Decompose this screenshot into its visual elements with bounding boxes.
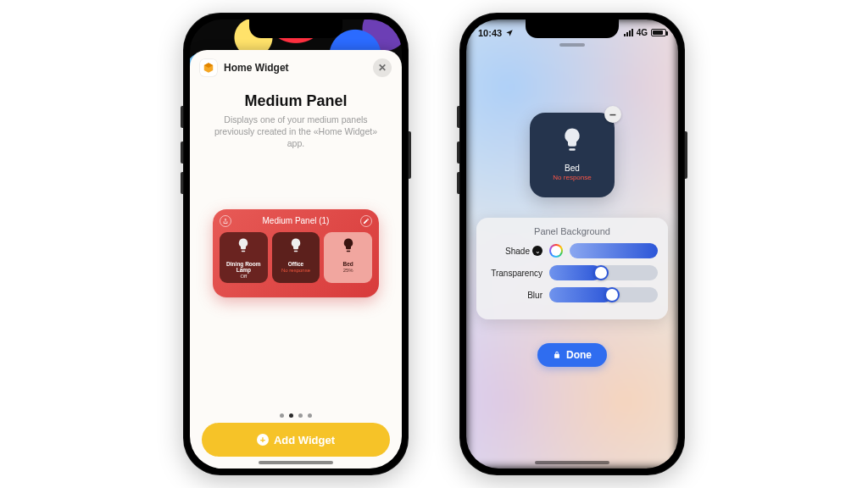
home-indicator[interactable] (259, 461, 333, 464)
tile-name: Office (277, 261, 315, 267)
shade-slider[interactable] (570, 243, 658, 258)
close-button[interactable]: ✕ (373, 58, 392, 77)
slider-thumb[interactable] (604, 287, 620, 302)
bulb-icon (288, 237, 303, 256)
edit-icon[interactable] (360, 215, 372, 227)
accessory-tile[interactable]: Office No response (272, 232, 320, 283)
app-name: Home Widget (224, 62, 289, 74)
transparency-slider[interactable] (549, 265, 658, 280)
panel-title: Panel Background (487, 226, 658, 236)
chevron-down-icon[interactable]: ⌄ (532, 246, 542, 256)
app-icon (200, 59, 217, 76)
sheet-heading: Medium Panel (205, 92, 387, 110)
tile-name: Dining Room Lamp (225, 261, 263, 273)
battery-icon (651, 29, 666, 36)
status-time: 10:43 (478, 28, 502, 38)
bulb-icon (530, 126, 615, 155)
accessory-tile[interactable]: Dining Room Lamp Off (220, 232, 268, 283)
home-indicator[interactable] (535, 461, 609, 464)
notch (526, 19, 619, 38)
accessory-status: No response (530, 174, 615, 181)
blur-row: Blur (487, 287, 658, 302)
accessory-tile[interactable]: Bed 25% (324, 232, 372, 283)
blur-label: Blur (527, 291, 542, 300)
bulb-icon (341, 237, 356, 256)
done-label: Done (566, 349, 592, 361)
location-icon (505, 29, 514, 37)
slider-thumb[interactable] (593, 265, 609, 280)
sheet-grabber[interactable] (559, 43, 585, 47)
bulb-icon (236, 237, 251, 256)
shade-row: Shade ⌄ (487, 243, 658, 258)
widget-preview-card[interactable]: Medium Panel (1) Dining Room Lamp Off Of… (213, 209, 379, 297)
page-indicator (190, 413, 402, 418)
plus-icon: + (257, 434, 269, 446)
tile-name: Bed (329, 261, 367, 267)
accessory-card[interactable]: – Bed No response (530, 113, 615, 197)
add-widget-label: Add Widget (274, 434, 335, 446)
shade-label: Shade (505, 247, 530, 256)
panel-background-settings: Panel Background Shade ⌄ Transparency Bl… (476, 218, 668, 319)
notch (249, 19, 342, 38)
tile-status: No response (277, 268, 315, 273)
blur-slider[interactable] (549, 287, 658, 302)
transparency-label: Transparency (491, 269, 542, 278)
tile-status: Off (225, 274, 263, 279)
phone-left: Home Widget ✕ Medium Panel Displays one … (183, 13, 409, 475)
accessory-name: Bed (530, 164, 615, 173)
done-button[interactable]: Done (537, 343, 607, 367)
lock-icon (553, 351, 561, 359)
widget-gallery-sheet: Home Widget ✕ Medium Panel Displays one … (190, 50, 402, 469)
signal-icon (624, 29, 633, 36)
phone-right: 10:43 4G – Bed No response Panel Backgro… (459, 13, 685, 475)
add-widget-button[interactable]: + Add Widget (202, 423, 390, 457)
remove-button[interactable]: – (604, 106, 621, 123)
color-picker-ring[interactable] (549, 244, 563, 258)
network-label: 4G (637, 28, 648, 37)
share-icon[interactable] (220, 215, 231, 227)
transparency-row: Transparency (487, 265, 658, 280)
tile-status: 25% (329, 268, 367, 273)
sheet-description: Displays one of your medium panels previ… (205, 114, 387, 150)
widget-title: Medium Panel (1) (231, 216, 360, 225)
